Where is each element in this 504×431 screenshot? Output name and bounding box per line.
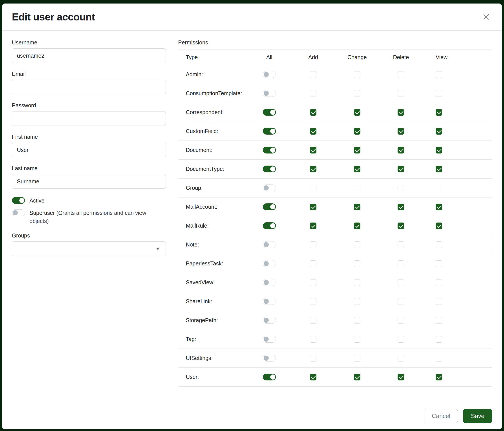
email-input[interactable] [12,80,166,94]
permission-delete-checkbox[interactable] [397,298,404,305]
permission-view-checkbox[interactable] [436,355,442,361]
permission-view-checkbox[interactable] [436,242,442,248]
permission-all-toggle[interactable] [263,166,276,172]
permission-all-toggle[interactable] [263,222,276,229]
save-button[interactable]: Save [463,409,492,423]
permission-add-checkbox[interactable] [310,166,316,172]
permission-all-toggle[interactable] [263,128,276,135]
permission-view-checkbox[interactable] [436,223,442,229]
permission-view-checkbox[interactable] [436,336,442,343]
permission-change-checkbox[interactable] [354,204,360,210]
permission-all-toggle[interactable] [263,203,276,210]
permission-view-checkbox[interactable] [436,260,442,267]
permission-all-toggle[interactable] [263,298,276,305]
permission-add-checkbox[interactable] [310,242,316,248]
permission-add-checkbox[interactable] [310,147,316,153]
permission-delete-checkbox[interactable] [397,317,404,324]
permission-delete-checkbox[interactable] [397,71,404,78]
username-input[interactable] [12,48,166,63]
permission-view-checkbox[interactable] [436,204,442,210]
permissions-label: Permissions [178,39,492,46]
permission-add-checkbox[interactable] [310,355,316,361]
permission-delete-checkbox[interactable] [397,185,404,191]
permission-add-checkbox[interactable] [310,298,316,305]
permission-change-checkbox[interactable] [354,166,360,172]
permission-view-checkbox[interactable] [436,109,442,116]
permission-change-checkbox[interactable] [354,109,360,116]
permission-delete-checkbox[interactable] [397,242,404,248]
permission-change-checkbox[interactable] [354,355,360,361]
permission-change-checkbox[interactable] [354,223,360,229]
permission-all-toggle[interactable] [263,109,276,116]
active-toggle[interactable] [12,197,25,204]
permission-delete-checkbox[interactable] [397,355,404,361]
permission-add-checkbox[interactable] [310,204,316,210]
permission-add-checkbox[interactable] [310,71,316,78]
permission-change-checkbox[interactable] [354,336,360,343]
permission-all-toggle[interactable] [263,90,276,97]
permission-change-checkbox[interactable] [354,317,360,324]
first-name-label: First name [12,134,166,140]
permission-delete-checkbox[interactable] [397,223,404,229]
permission-change-checkbox[interactable] [354,185,360,191]
column-header-view: View [423,54,492,61]
last-name-input[interactable] [12,174,166,189]
permission-view-checkbox[interactable] [436,279,442,286]
permission-add-checkbox[interactable] [310,128,316,135]
permission-add-checkbox[interactable] [310,336,316,343]
permission-delete-checkbox[interactable] [397,166,404,172]
permission-view-checkbox[interactable] [436,90,442,97]
permission-delete-checkbox[interactable] [397,204,404,210]
permission-view-checkbox[interactable] [436,374,442,380]
permission-add-checkbox[interactable] [310,109,316,116]
permission-change-checkbox[interactable] [354,260,360,267]
permission-delete-checkbox[interactable] [397,90,404,97]
permission-add-checkbox[interactable] [310,223,316,229]
permission-add-checkbox[interactable] [310,279,316,286]
permission-change-checkbox[interactable] [354,298,360,305]
cancel-button[interactable]: Cancel [424,409,458,423]
permission-all-toggle[interactable] [263,355,276,361]
permission-add-checkbox[interactable] [310,185,316,191]
permission-all-toggle[interactable] [263,336,276,343]
permission-view-checkbox[interactable] [436,317,442,324]
permission-change-checkbox[interactable] [354,147,360,153]
close-button[interactable] [480,11,492,23]
permission-all-toggle[interactable] [263,374,276,380]
permission-change-checkbox[interactable] [354,128,360,135]
permission-view-checkbox[interactable] [436,147,442,153]
permission-row: ShareLink: [178,292,492,311]
permission-view-checkbox[interactable] [436,185,442,191]
permission-all-toggle[interactable] [263,317,276,324]
permission-change-checkbox[interactable] [354,242,360,248]
permission-view-checkbox[interactable] [436,128,442,135]
superuser-toggle[interactable] [12,209,25,216]
permission-add-checkbox[interactable] [310,374,316,380]
permission-all-toggle[interactable] [263,260,276,267]
permission-add-checkbox[interactable] [310,90,316,97]
permission-all-toggle[interactable] [263,71,276,78]
permission-add-checkbox[interactable] [310,260,316,267]
permission-change-checkbox[interactable] [354,374,360,380]
password-input[interactable] [12,111,166,126]
permission-view-checkbox[interactable] [436,298,442,305]
permission-delete-checkbox[interactable] [397,336,404,343]
permission-delete-checkbox[interactable] [397,374,404,380]
permission-delete-checkbox[interactable] [397,279,404,286]
permission-delete-checkbox[interactable] [397,128,404,135]
permission-view-checkbox[interactable] [436,71,442,78]
permission-all-toggle[interactable] [263,241,276,248]
permission-all-toggle[interactable] [263,185,276,191]
first-name-input[interactable] [12,143,166,157]
permission-change-checkbox[interactable] [354,279,360,286]
permission-change-checkbox[interactable] [354,90,360,97]
groups-select[interactable] [12,242,166,256]
permission-view-checkbox[interactable] [436,166,442,172]
permission-add-checkbox[interactable] [310,317,316,324]
permission-delete-checkbox[interactable] [397,260,404,267]
permission-all-toggle[interactable] [263,279,276,286]
permission-delete-checkbox[interactable] [397,109,404,116]
permission-change-checkbox[interactable] [354,71,360,78]
permission-delete-checkbox[interactable] [397,147,404,153]
permission-all-toggle[interactable] [263,147,276,153]
